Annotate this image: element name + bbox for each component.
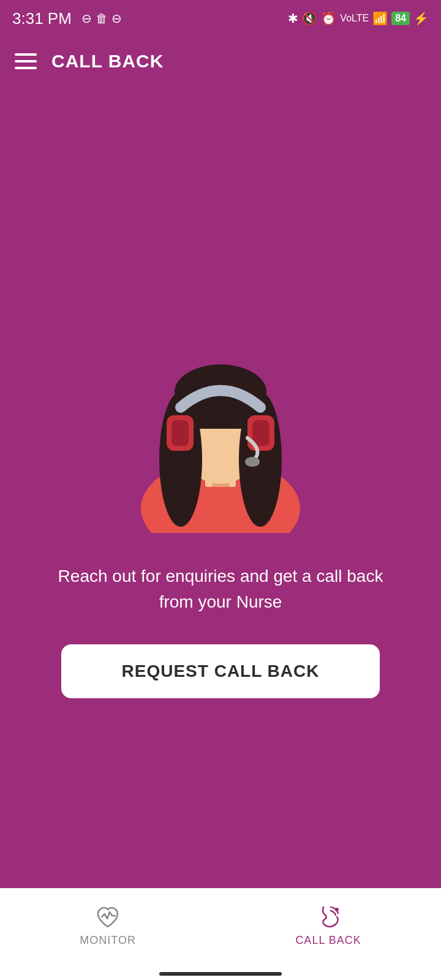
status-bar: 3:31 PM ⊖ 🗑 ⊖ ✱ 🔇 ⏰ VoLTE 📶 84 ⚡ bbox=[0, 0, 441, 37]
home-indicator-bar bbox=[159, 972, 282, 976]
status-time: 3:31 PM bbox=[12, 9, 72, 28]
request-callback-button[interactable]: REQUEST CALL BACK bbox=[61, 644, 380, 698]
signal-icon: 📶 bbox=[372, 11, 388, 26]
svg-point-12 bbox=[245, 457, 260, 467]
status-icons-left: ⊖ 🗑 ⊖ bbox=[81, 11, 122, 26]
bottom-nav: MONITOR CALL BACK bbox=[0, 888, 441, 968]
battery-badge: 84 bbox=[391, 12, 410, 25]
volte-icon: VoLTE bbox=[340, 13, 369, 24]
main-content: Reach out for enquiries and get a call b… bbox=[0, 86, 441, 888]
sync-icon-1: ⊖ bbox=[81, 11, 92, 26]
nav-callback[interactable]: CALL BACK bbox=[295, 903, 361, 947]
mute-icon: 🔇 bbox=[302, 11, 317, 26]
bluetooth-icon: ✱ bbox=[288, 11, 298, 26]
trash-icon: 🗑 bbox=[96, 12, 108, 26]
svg-rect-9 bbox=[172, 420, 189, 446]
alarm-icon: ⏰ bbox=[321, 11, 336, 26]
sync-icon-2: ⊖ bbox=[111, 11, 122, 26]
nav-callback-label: CALL BACK bbox=[295, 934, 361, 947]
home-indicator bbox=[0, 968, 441, 980]
status-icons-right: ✱ 🔇 ⏰ VoLTE 📶 84 ⚡ bbox=[288, 11, 429, 26]
app-bar: CALL BACK bbox=[0, 37, 441, 86]
charging-icon: ⚡ bbox=[413, 11, 429, 26]
nurse-illustration bbox=[123, 300, 318, 533]
nav-monitor[interactable]: MONITOR bbox=[80, 903, 136, 947]
nav-monitor-label: MONITOR bbox=[80, 934, 136, 947]
svg-point-13 bbox=[335, 908, 339, 911]
svg-rect-11 bbox=[252, 420, 270, 446]
description-text: Reach out for enquiries and get a call b… bbox=[43, 564, 398, 615]
menu-icon[interactable] bbox=[15, 53, 37, 69]
app-title: CALL BACK bbox=[51, 51, 164, 72]
